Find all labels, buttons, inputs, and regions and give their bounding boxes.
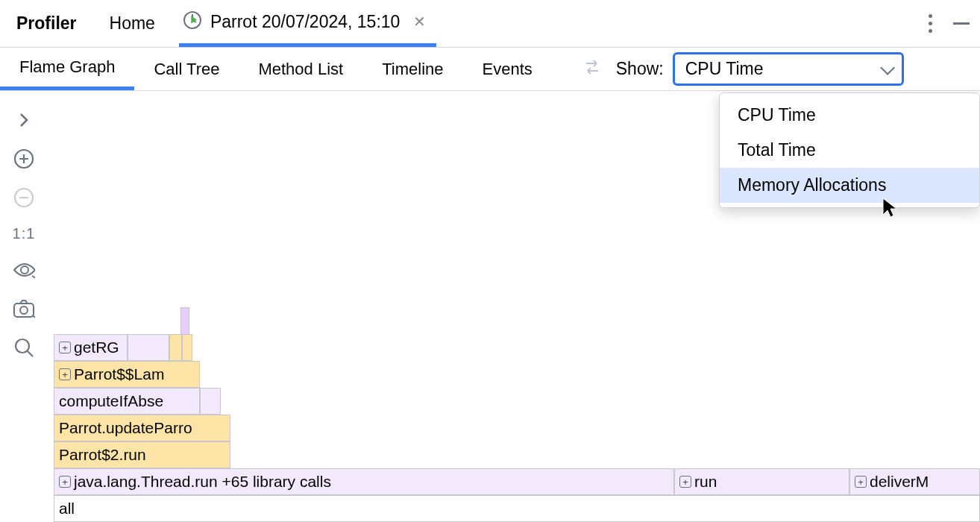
view-tabs: Flame Graph Call Tree Method List Timeli…	[0, 48, 552, 90]
expand-icon[interactable]: +	[855, 476, 867, 488]
svg-point-5	[20, 306, 28, 314]
frame-label: all	[59, 500, 75, 518]
flame-frame-deliver[interactable]: + deliverM	[849, 468, 980, 495]
flame-frame-computeifabsent[interactable]: computeIfAbse	[54, 388, 200, 415]
zoom-out-icon[interactable]	[13, 186, 35, 209]
zoom-in-icon[interactable]	[13, 148, 35, 170]
tab-home[interactable]: Home	[110, 13, 155, 34]
frame-label: deliverM	[870, 473, 929, 491]
tool-window-title: Profiler	[10, 13, 83, 34]
close-tab-icon[interactable]: ✕	[413, 13, 426, 31]
frame-label: Parrot.updateParro	[59, 419, 192, 437]
frame-label: run	[694, 473, 717, 491]
camera-icon[interactable]	[13, 298, 35, 320]
show-label: Show:	[616, 59, 664, 79]
reset-zoom-button[interactable]: 1:1	[13, 225, 36, 242]
tab-timeline[interactable]: Timeline	[362, 48, 462, 90]
flame-frame[interactable]	[128, 334, 169, 361]
svg-point-3	[21, 266, 28, 274]
mouse-cursor-icon	[882, 197, 898, 221]
tab-events[interactable]: Events	[463, 48, 552, 90]
flame-graph-area: + getRG + Parrot$$Lam computeIfAbse Parr…	[54, 298, 980, 522]
flame-frame-run[interactable]: + run	[674, 468, 849, 495]
expand-icon[interactable]: +	[59, 368, 71, 380]
flame-frame-parrot2-run[interactable]: Parrot$2.run	[54, 441, 230, 468]
flame-frame-updateparrot[interactable]: Parrot.updateParro	[54, 415, 230, 441]
tab-flame-graph[interactable]: Flame Graph	[0, 48, 134, 90]
expand-icon[interactable]: +	[59, 342, 71, 353]
flame-frame[interactable]	[182, 334, 192, 361]
frame-label: java.lang.Thread.run +65 library calls	[74, 473, 331, 491]
swap-icon[interactable]	[582, 58, 603, 80]
search-icon[interactable]	[13, 336, 35, 359]
tab-active-session[interactable]: Parrot 20/07/2024, 15:10 ✕	[179, 0, 436, 47]
eye-icon[interactable]	[13, 259, 35, 281]
expand-panel-icon[interactable]	[13, 109, 35, 131]
tab-label: Parrot 20/07/2024, 15:10	[210, 12, 400, 32]
tab-method-list[interactable]: Method List	[239, 48, 362, 90]
show-metric-select[interactable]: CPU Time	[673, 52, 904, 86]
header-bar: Profiler Home Parrot 20/07/2024, 15:10 ✕	[0, 0, 980, 48]
left-icon-rail: 1:1	[0, 92, 48, 359]
svg-rect-4	[14, 304, 34, 317]
show-metric-dropdown: CPU Time Total Time Memory Allocations	[719, 92, 980, 208]
expand-icon[interactable]: +	[59, 476, 71, 488]
flame-frame[interactable]	[200, 388, 221, 415]
dropdown-item-cpu-time[interactable]: CPU Time	[720, 98, 979, 133]
flame-frame[interactable]	[169, 334, 182, 361]
flame-frame-all[interactable]: all	[54, 495, 980, 522]
tab-call-tree[interactable]: Call Tree	[134, 48, 239, 90]
minimize-icon[interactable]	[953, 22, 970, 25]
chevron-down-icon	[880, 60, 895, 75]
expand-icon[interactable]: +	[679, 476, 691, 488]
dropdown-item-memory-allocations[interactable]: Memory Allocations	[720, 168, 979, 203]
run-profile-icon	[182, 10, 203, 34]
flame-frame-getrg[interactable]: + getRG	[54, 334, 128, 361]
dropdown-item-total-time[interactable]: Total Time	[720, 133, 979, 168]
svg-point-6	[16, 339, 29, 353]
show-metric-value: CPU Time	[685, 59, 764, 79]
flame-frame-thread-run[interactable]: + java.lang.Thread.run +65 library calls	[54, 468, 674, 495]
view-toolbar: Flame Graph Call Tree Method List Timeli…	[0, 48, 980, 91]
kebab-menu-icon[interactable]	[928, 14, 932, 33]
frame-label: Parrot$$Lam	[74, 365, 164, 383]
frame-label: Parrot$2.run	[59, 446, 146, 464]
frame-label: computeIfAbse	[59, 392, 163, 410]
flame-frame-parrot-lambda[interactable]: + Parrot$$Lam	[54, 361, 200, 388]
frame-label: getRG	[74, 339, 119, 356]
